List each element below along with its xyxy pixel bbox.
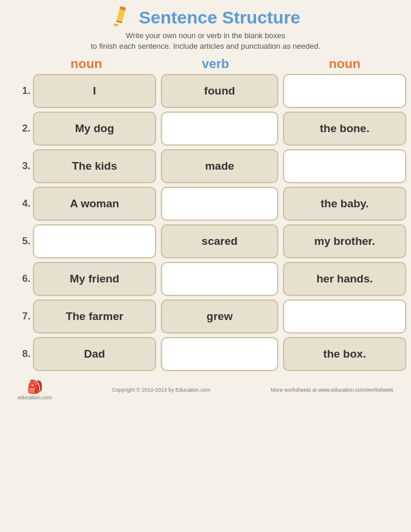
page-title: Sentence Structure [139, 8, 300, 28]
row-number-7: 7. [16, 311, 31, 322]
footer-copyright: Copyright © 2010-2013 by Education.com [112, 387, 210, 393]
noun2-cell-5: my brother. [283, 224, 406, 258]
col-header-noun1: noun [19, 56, 154, 72]
cells-2: My dogthe bone. [33, 112, 406, 146]
row-4: 4.A womanthe baby. [12, 187, 399, 221]
noun1-cell-1: I [33, 74, 156, 108]
verb-cell-1: found [161, 74, 278, 108]
verb-cell-2[interactable] [161, 112, 278, 146]
row-6: 6.My friendher hands. [12, 262, 399, 296]
svg-marker-1 [113, 22, 119, 27]
noun2-cell-3[interactable] [283, 149, 406, 183]
noun2-cell-8: the box. [283, 337, 406, 371]
cells-6: My friendher hands. [33, 262, 406, 296]
subtitle: Write your own noun or verb in the blank… [12, 31, 399, 52]
row-number-4: 4. [16, 198, 31, 210]
noun1-cell-2: My dog [33, 112, 156, 146]
title-part2: Structure [222, 8, 300, 27]
noun2-cell-6: her hands. [283, 262, 406, 296]
footer: 🎒 education.com Copyright © 2010-2013 by… [12, 379, 399, 400]
cells-7: The farmergrew [33, 299, 406, 334]
row-8: 8.Dadthe box. [12, 337, 399, 371]
row-number-6: 6. [16, 273, 31, 285]
verb-cell-4[interactable] [161, 187, 278, 221]
row-number-1: 1. [16, 85, 31, 97]
noun1-cell-4: A woman [33, 187, 156, 221]
verb-cell-6[interactable] [161, 262, 278, 296]
rows-container: 1.Ifound2.My dogthe bone.3.The kidsmade4… [12, 74, 399, 371]
subtitle-line2: to finish each sentence. Include article… [91, 42, 321, 50]
page: Sentence Structure Write your own noun o… [0, 0, 411, 532]
logo-text: education.com [18, 395, 52, 400]
col-header-noun2: noun [277, 56, 411, 72]
noun2-cell-4: the baby. [283, 187, 406, 221]
noun2-cell-1[interactable] [283, 74, 406, 108]
noun1-cell-8: Dad [33, 337, 156, 371]
verb-cell-5: scared [161, 224, 278, 258]
row-2: 2.My dogthe bone. [12, 112, 399, 146]
verb-cell-8[interactable] [161, 337, 278, 371]
noun1-cell-6: My friend [33, 262, 156, 296]
cells-3: The kidsmade [33, 149, 406, 183]
footer-more: More worksheets at www.education.com/wor… [271, 387, 393, 393]
row-7: 7.The farmergrew [12, 299, 399, 334]
verb-cell-3: made [161, 149, 278, 183]
column-headers: noun verb noun [12, 56, 399, 72]
row-number-5: 5. [16, 235, 31, 247]
row-5: 5.scaredmy brother. [12, 224, 399, 258]
noun1-cell-5[interactable] [33, 224, 156, 258]
header: Sentence Structure Write your own noun o… [12, 6, 399, 52]
pencil-icon [110, 6, 134, 29]
row-3: 3.The kidsmade [12, 149, 399, 183]
col-header-verb: verb [154, 56, 277, 72]
noun2-cell-7[interactable] [283, 299, 406, 334]
title-part1: Sentence [139, 8, 222, 27]
row-number-3: 3. [16, 160, 31, 172]
noun1-cell-7: The farmer [33, 299, 156, 334]
row-number-2: 2. [16, 123, 31, 134]
subtitle-line1: Write your own noun or verb in the blank… [126, 31, 285, 40]
footer-logo: 🎒 education.com [18, 379, 52, 400]
cells-8: Dadthe box. [33, 337, 406, 371]
logo-icon: 🎒 [27, 379, 43, 395]
cells-1: Ifound [33, 74, 406, 108]
row-1: 1.Ifound [12, 74, 399, 108]
noun2-cell-2: the bone. [283, 112, 406, 146]
row-number-8: 8. [16, 348, 31, 360]
noun1-cell-3: The kids [33, 149, 156, 183]
verb-cell-7: grew [161, 299, 278, 334]
cells-4: A womanthe baby. [33, 187, 406, 221]
cells-5: scaredmy brother. [33, 224, 406, 258]
